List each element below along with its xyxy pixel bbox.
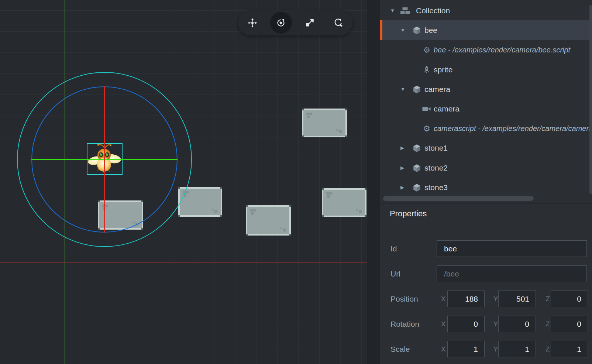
scale-x-input[interactable] — [447, 341, 485, 357]
game-object-icon — [411, 158, 423, 178]
properties-title: Properties — [390, 209, 427, 219]
outline-row-label: camera — [424, 79, 450, 99]
game-object-icon — [411, 79, 423, 99]
rotate-view-tool-button[interactable] — [324, 10, 353, 35]
expand-arrow-icon[interactable]: ▶ — [400, 138, 404, 158]
outline-row-label: camera — [434, 99, 460, 119]
outline-row-label: stone1 — [424, 138, 448, 158]
outline-row-label: sprite — [434, 60, 452, 80]
collection-icon — [399, 1, 411, 21]
expand-arrow-icon[interactable]: ▶ — [400, 158, 404, 178]
rotation-x-label: X — [439, 316, 447, 332]
collapse-arrow-icon[interactable]: ▼ — [400, 20, 405, 40]
expand-arrow-icon[interactable]: ▶ — [400, 178, 404, 198]
outline-horizontal-scrollbar[interactable] — [383, 196, 534, 201]
rotate-view-icon — [333, 18, 343, 28]
outline-row-label: camerascript - /examples/render/camera/c… — [434, 119, 592, 138]
id-field-label: Id — [390, 240, 437, 257]
id-input[interactable] — [437, 240, 587, 257]
stone-sprite[interactable] — [302, 109, 347, 137]
collapse-arrow-icon[interactable]: ▼ — [390, 1, 395, 21]
outline-row-label: bee - /examples/render/camera/bee.script — [434, 40, 570, 60]
world-x-axis-line — [0, 262, 367, 263]
outline-row-bee[interactable]: ▼bee — [380, 20, 592, 40]
scale-icon — [305, 18, 314, 28]
outline-row-stone1[interactable]: ▶stone1 — [380, 138, 592, 158]
camera-icon — [421, 99, 433, 119]
scale-tool-button[interactable] — [295, 10, 324, 35]
game-object-icon — [411, 20, 423, 40]
move-tool-button[interactable] — [238, 10, 267, 35]
position-x-input[interactable] — [447, 291, 485, 307]
scale-y-input[interactable] — [498, 341, 536, 357]
scene-toolbar — [238, 10, 352, 35]
collapse-arrow-icon[interactable]: ▼ — [400, 79, 405, 99]
scale-x-label: X — [439, 341, 447, 357]
outline-row-label: Collection — [416, 1, 450, 21]
outline-row-camera[interactable]: ▼camera — [380, 79, 592, 99]
outline-row-bee[interactable]: ⚙bee - /examples/render/camera/bee.scrip… — [380, 40, 592, 60]
outline-vertical-scrollbar[interactable] — [589, 5, 592, 194]
sprite-icon — [421, 60, 433, 80]
outline-row-camerascript[interactable]: ⚙camerascript - /examples/render/camera/… — [380, 119, 592, 138]
outline-row-label: stone3 — [424, 178, 448, 198]
rotation-field-label: Rotation — [390, 316, 437, 332]
panel-divider — [380, 203, 592, 203]
position-x-label: X — [439, 291, 447, 307]
editor-window: ▼Collection▼bee⚙bee - /examples/render/c… — [0, 0, 592, 364]
move-icon — [248, 18, 257, 28]
right-panel: ▼Collection▼bee⚙bee - /examples/render/c… — [380, 0, 592, 364]
rotate-icon — [276, 18, 286, 28]
gizmo-y-axis-handle[interactable] — [104, 86, 105, 233]
panel-splitter[interactable] — [367, 0, 380, 364]
script-icon: ⚙ — [421, 119, 433, 138]
outline-row-label: bee — [424, 20, 437, 40]
outline-row-sprite[interactable]: sprite — [380, 60, 592, 80]
scale-z-input[interactable] — [551, 341, 588, 357]
position-field-label: Position — [390, 291, 437, 307]
rotation-x-input[interactable] — [447, 316, 485, 332]
outline-row-stone3[interactable]: ▶stone3 — [380, 178, 592, 198]
script-icon: ⚙ — [421, 40, 433, 60]
scene-viewport[interactable] — [0, 0, 367, 364]
game-object-icon — [411, 178, 423, 198]
outline-row-camera[interactable]: camera — [380, 99, 592, 119]
outline-row-label: stone2 — [424, 158, 448, 178]
position-y-input[interactable] — [498, 291, 536, 307]
stone-sprite[interactable] — [322, 188, 366, 217]
scale-field-label: Scale — [390, 341, 437, 357]
url-input[interactable] — [437, 265, 587, 282]
rotation-y-input[interactable] — [498, 316, 536, 332]
world-y-axis-line — [65, 0, 65, 364]
rotate-tool-button[interactable] — [267, 10, 296, 35]
position-z-input[interactable] — [551, 291, 588, 307]
outline-row-Collection[interactable]: ▼Collection — [380, 1, 592, 21]
rotation-z-input[interactable] — [551, 316, 588, 332]
stone-sprite[interactable] — [246, 205, 291, 236]
url-field-label: Url — [390, 265, 437, 282]
outline-row-stone2[interactable]: ▶stone2 — [380, 158, 592, 178]
game-object-icon — [411, 138, 423, 158]
